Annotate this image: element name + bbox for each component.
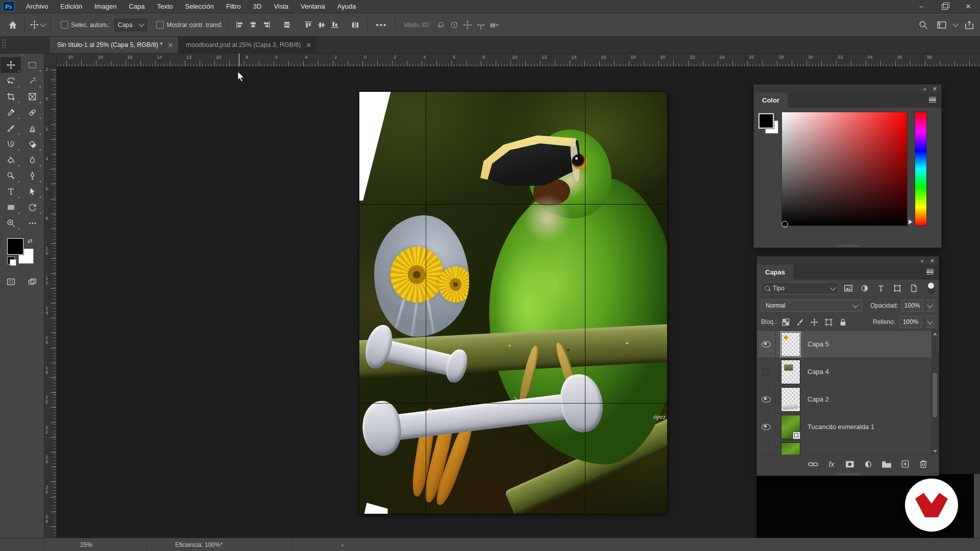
scroll-down-icon[interactable] — [933, 450, 937, 453]
lock-transparent-pixels-icon[interactable] — [781, 317, 791, 327]
close-button[interactable]: ✕ — [957, 0, 980, 13]
3d-roll-icon[interactable] — [448, 18, 461, 32]
foreground-color-swatch[interactable] — [7, 238, 23, 255]
menu-capa[interactable]: Capa — [122, 0, 151, 13]
saturation-brightness-field[interactable] — [781, 112, 908, 226]
chevron-down-icon[interactable] — [952, 21, 958, 27]
lasso-tool[interactable] — [1, 73, 21, 89]
layer-thumbnail[interactable] — [781, 442, 800, 455]
brush-tool[interactable] — [1, 120, 21, 136]
filter-smart-objects-icon[interactable] — [907, 282, 920, 294]
layer-visibility-on[interactable] — [757, 413, 776, 440]
3d-camera-icon[interactable] — [487, 18, 501, 32]
3d-slide-icon[interactable] — [474, 18, 487, 32]
opacity-value[interactable]: 100% — [901, 299, 923, 312]
filter-type-layers-icon[interactable] — [874, 282, 888, 294]
dodge-tool[interactable] — [1, 168, 21, 184]
new-group-icon[interactable] — [880, 458, 893, 470]
blend-mode-dropdown[interactable]: Normal — [761, 299, 862, 312]
collapse-panel-icon[interactable]: « — [923, 86, 926, 92]
fill-value[interactable]: 100% — [899, 316, 922, 328]
3d-pan-icon[interactable] — [461, 18, 474, 32]
lock-position-icon[interactable] — [810, 317, 820, 327]
rectangular-marquee-tool[interactable] — [22, 57, 42, 73]
search-icon[interactable] — [917, 18, 930, 32]
menu-filtro[interactable]: Filtro — [220, 0, 247, 13]
minimize-button[interactable]: – — [910, 0, 933, 13]
collapse-panel-icon[interactable]: « — [921, 258, 924, 264]
spot-healing-brush-tool[interactable] — [22, 105, 42, 120]
add-layer-mask-icon[interactable] — [844, 458, 856, 470]
horizontal-ruler[interactable]: 2018161412108642024681012141618202224262… — [44, 53, 980, 67]
menu-texto[interactable]: Texto — [151, 0, 179, 13]
filter-adjustment-layers-icon[interactable] — [858, 282, 871, 294]
menu-3d[interactable]: 3D — [247, 0, 268, 13]
panel-menu-icon[interactable] — [926, 269, 934, 274]
dock-grip[interactable] — [2, 39, 7, 49]
layer-thumbnail[interactable] — [781, 360, 800, 384]
clone-stamp-tool[interactable] — [22, 120, 42, 136]
guide-line[interactable] — [359, 403, 667, 404]
guide-line[interactable] — [359, 204, 667, 205]
layer-row[interactable]: Tucancito esmeralda 1 — [757, 413, 939, 441]
layer-row[interactable]: Capa 5 — [757, 331, 939, 358]
tab-capas[interactable]: Capas — [757, 265, 793, 280]
opacity-dropdown[interactable] — [926, 299, 935, 312]
hue-slider-arrow[interactable] — [909, 219, 913, 224]
menu-vista[interactable]: Vista — [267, 0, 295, 13]
link-layers-icon[interactable] — [807, 458, 819, 470]
layer-name[interactable]: Tucancito esmeralda 1 — [807, 423, 874, 431]
layer-filter-toggle[interactable] — [927, 282, 935, 294]
align-top-edges-icon[interactable] — [302, 18, 315, 32]
layer-visibility-off[interactable] — [757, 358, 776, 385]
new-layer-icon[interactable] — [899, 458, 911, 470]
menu-ventana[interactable]: Ventana — [295, 0, 331, 13]
rotate-view-tool[interactable] — [22, 199, 42, 215]
eyedropper-tool[interactable] — [1, 105, 21, 120]
close-panel-icon[interactable]: ✕ — [933, 86, 937, 92]
layer-visibility-on[interactable] — [757, 386, 776, 413]
layers-scrollbar[interactable] — [932, 331, 938, 455]
zoom-tool[interactable] — [1, 215, 21, 231]
distribute-horizontal-centers-icon[interactable] — [349, 18, 362, 32]
frame-tool[interactable] — [22, 89, 42, 105]
zoom-level-field[interactable]: 25% — [44, 538, 147, 551]
home-icon[interactable] — [6, 18, 19, 32]
lock-all-icon[interactable] — [838, 317, 848, 327]
align-horizontal-centers-icon[interactable] — [247, 18, 260, 32]
3d-orbit-icon[interactable] — [434, 18, 448, 32]
edit-toolbar-icon[interactable] — [22, 215, 42, 231]
auto-select-checkbox[interactable] — [61, 21, 68, 29]
tab-sin-titulo-1[interactable]: Sin título-1 al 25% (Capa 5, RGB/8) * ✕ — [50, 37, 178, 53]
quick-selection-tool[interactable] — [22, 73, 42, 89]
pen-tool[interactable] — [22, 168, 42, 184]
share-icon[interactable] — [963, 18, 976, 32]
panel-resize-grip[interactable] — [836, 473, 860, 475]
filter-shape-layers-icon[interactable] — [891, 282, 904, 294]
close-panel-icon[interactable]: ✕ — [930, 258, 935, 264]
layer-row-partial[interactable] — [757, 441, 939, 455]
layer-visibility-on[interactable] — [757, 331, 776, 358]
fill-dropdown[interactable] — [926, 316, 935, 328]
menu-imagen[interactable]: Imagen — [88, 0, 122, 13]
layer-filter-dropdown[interactable]: Tipo — [761, 282, 839, 294]
vertical-ruler[interactable]: 2024681 01 21 41 61 82 02 22 42 62 8 — [44, 66, 57, 538]
blur-tool[interactable] — [22, 152, 42, 168]
workspace-switcher-icon[interactable] — [935, 18, 948, 32]
guide-line[interactable] — [426, 92, 426, 514]
move-tool[interactable] — [1, 57, 21, 73]
screen-mode-button[interactable] — [22, 274, 42, 290]
panel-menu-icon[interactable] — [929, 97, 936, 103]
history-brush-tool[interactable] — [1, 136, 21, 152]
tab-color[interactable]: Color — [754, 93, 788, 108]
distribute-vertical-centers-icon[interactable] — [280, 18, 293, 32]
menu-ayuda[interactable]: Ayuda — [331, 0, 362, 13]
rectangle-tool[interactable] — [1, 199, 21, 215]
default-colors-icon[interactable] — [7, 257, 15, 264]
filter-pixel-layers-icon[interactable] — [842, 282, 855, 294]
auto-select-dropdown[interactable]: Capa — [114, 19, 148, 31]
align-right-edges-icon[interactable] — [260, 18, 273, 32]
layer-name[interactable]: Capa 4 — [807, 368, 829, 375]
align-left-edges-icon[interactable] — [233, 18, 247, 32]
menu-archivo[interactable]: Archivo — [20, 0, 54, 13]
